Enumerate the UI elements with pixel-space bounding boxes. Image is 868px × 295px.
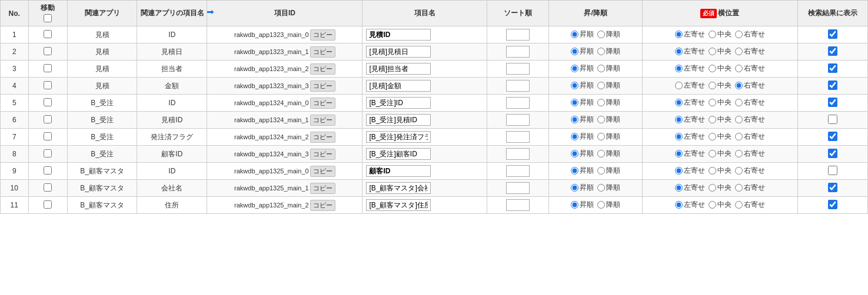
sort-order-input[interactable] [506,131,530,143]
show-in-results-checkbox[interactable] [828,200,837,209]
field-name-input[interactable] [366,80,431,92]
copy-button[interactable]: コピー [310,63,335,75]
copy-button[interactable]: コピー [310,149,335,160]
copy-button[interactable]: コピー [310,132,335,143]
move-checkbox[interactable] [44,81,52,89]
desc-radio[interactable] [597,184,605,192]
sort-order-input[interactable] [506,29,530,41]
align-radio-center[interactable] [709,116,716,123]
desc-radio[interactable] [597,150,605,157]
field-name-input[interactable] [366,97,431,109]
desc-radio[interactable] [597,48,605,55]
align-radio-left[interactable] [675,133,683,140]
asc-radio[interactable] [571,65,578,72]
align-radio-center[interactable] [709,184,716,192]
asc-radio[interactable] [571,82,578,89]
show-in-results-checkbox[interactable] [828,81,837,90]
sort-order-input[interactable] [506,165,530,177]
asc-radio[interactable] [571,184,578,192]
show-in-results-checkbox[interactable] [828,29,837,39]
align-radio-center[interactable] [709,82,716,89]
desc-radio[interactable] [597,133,605,140]
align-radio-center[interactable] [709,167,716,175]
move-checkbox[interactable] [44,98,52,106]
sort-order-input[interactable] [506,199,530,211]
move-checkbox[interactable] [44,115,52,123]
field-name-input[interactable] [366,165,431,177]
align-radio-right[interactable] [735,65,743,72]
align-radio-left[interactable] [675,167,683,175]
align-radio-right[interactable] [735,82,743,89]
field-name-input[interactable] [366,114,431,126]
align-radio-left[interactable] [675,116,683,123]
align-radio-left[interactable] [675,31,683,38]
field-name-input[interactable] [366,148,431,160]
move-checkbox[interactable] [44,149,52,157]
sort-order-input[interactable] [506,148,530,160]
field-name-input[interactable] [366,131,431,143]
move-checkbox[interactable] [44,132,52,140]
copy-button[interactable]: コピー [310,115,335,126]
asc-radio[interactable] [571,116,578,123]
align-radio-center[interactable] [709,201,716,209]
align-radio-center[interactable] [709,31,716,38]
show-in-results-checkbox[interactable] [828,63,837,73]
copy-button[interactable]: コピー [310,166,335,177]
align-radio-left[interactable] [675,201,683,209]
sort-order-input[interactable] [506,80,530,92]
align-radio-left[interactable] [675,99,683,106]
align-radio-left[interactable] [675,184,683,192]
asc-radio[interactable] [571,31,578,38]
align-radio-right[interactable] [735,133,743,140]
align-radio-right[interactable] [735,184,743,192]
move-checkbox[interactable] [44,30,52,38]
align-radio-right[interactable] [735,201,743,209]
asc-radio[interactable] [571,201,578,209]
sort-order-input[interactable] [506,46,530,58]
show-in-results-checkbox[interactable] [828,183,837,192]
show-in-results-checkbox[interactable] [828,46,837,56]
field-name-input[interactable] [366,29,431,41]
move-checkbox[interactable] [44,47,52,55]
field-name-input[interactable] [366,199,431,211]
asc-radio[interactable] [571,133,578,140]
field-name-input[interactable] [366,182,431,194]
align-radio-left[interactable] [675,82,683,89]
align-radio-right[interactable] [735,99,743,106]
desc-radio[interactable] [597,31,605,38]
asc-radio[interactable] [571,150,578,157]
sort-order-input[interactable] [506,114,530,126]
copy-button[interactable]: コピー [310,98,335,109]
asc-radio[interactable] [571,167,578,175]
move-checkbox[interactable] [44,166,52,175]
show-in-results-checkbox[interactable] [828,98,837,107]
asc-radio[interactable] [571,48,578,55]
show-in-results-checkbox[interactable] [828,149,837,158]
copy-button[interactable]: コピー [310,200,335,211]
align-radio-center[interactable] [709,99,716,106]
desc-radio[interactable] [597,116,605,123]
align-radio-center[interactable] [709,133,716,140]
copy-button[interactable]: コピー [310,81,335,92]
align-radio-left[interactable] [675,65,683,72]
align-radio-center[interactable] [709,65,716,72]
desc-radio[interactable] [597,82,605,89]
align-radio-center[interactable] [709,150,716,157]
sort-order-input[interactable] [506,97,530,109]
move-checkbox[interactable] [44,183,52,192]
sort-order-input[interactable] [506,63,530,75]
desc-radio[interactable] [597,201,605,209]
copy-button[interactable]: コピー [310,183,335,194]
move-checkbox[interactable] [44,200,52,209]
align-radio-left[interactable] [675,48,683,55]
align-radio-center[interactable] [709,48,716,55]
copy-button[interactable]: コピー [310,46,335,58]
field-name-input[interactable] [366,63,431,75]
show-in-results-checkbox[interactable] [828,166,837,175]
show-in-results-checkbox[interactable] [828,115,837,124]
align-radio-right[interactable] [735,31,743,38]
asc-radio[interactable] [571,99,578,106]
move-checkbox-all[interactable] [44,14,52,22]
show-in-results-checkbox[interactable] [828,132,837,141]
field-name-input[interactable] [366,46,431,58]
